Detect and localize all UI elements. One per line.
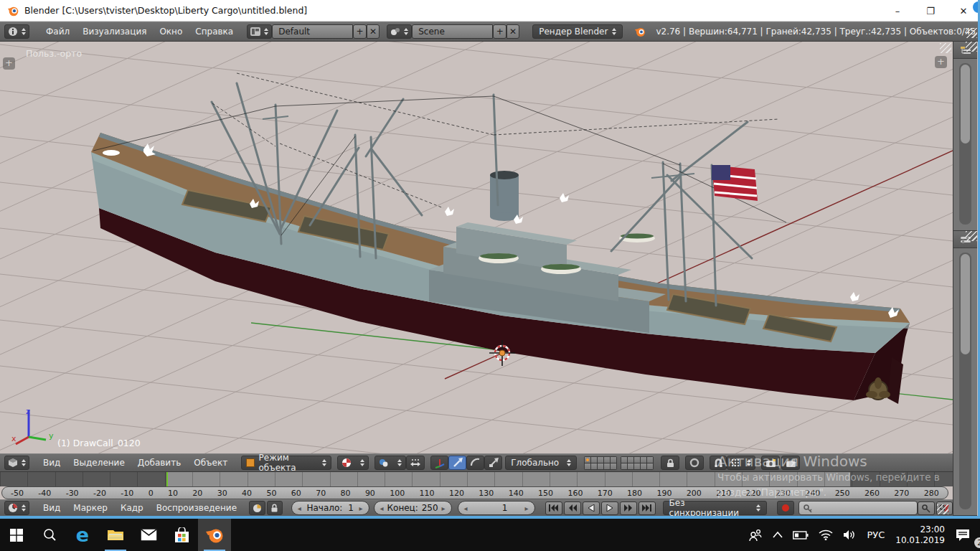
layer-cell[interactable] <box>628 463 633 469</box>
menu-add[interactable]: Добавить <box>131 458 187 468</box>
menu-render[interactable]: Визуализация <box>76 27 153 37</box>
jump-next-keyframe-button[interactable] <box>620 501 637 515</box>
layer-cell[interactable] <box>591 457 597 463</box>
menu-tl-view[interactable]: Вид <box>37 503 67 513</box>
editor-type-timeline-button[interactable] <box>4 501 29 515</box>
layer-cell[interactable] <box>598 463 603 469</box>
screen-layout-icon-button[interactable] <box>247 24 272 39</box>
menu-view[interactable]: Вид <box>37 458 67 468</box>
viewport-3d[interactable]: Польз.-орто (1) DrawCall_0120 z x y + + <box>0 42 953 453</box>
layer-cell[interactable] <box>641 457 646 463</box>
delete-scene-button[interactable]: ✕ <box>507 24 519 39</box>
play-reverse-button[interactable] <box>583 501 600 515</box>
search-button[interactable] <box>33 519 66 551</box>
volume-icon[interactable] <box>838 519 862 551</box>
menu-help[interactable]: Справка <box>189 27 240 37</box>
current-frame-field[interactable]: ◂1▸ <box>458 501 535 515</box>
editor-type-view3d-button[interactable] <box>4 456 29 470</box>
pivot-point-select[interactable] <box>374 456 406 470</box>
render-opengl-anim-button[interactable] <box>781 456 800 470</box>
use-preview-range-toggle[interactable] <box>249 501 265 515</box>
timeline-track-area[interactable] <box>0 472 953 486</box>
translate-manipulator-toggle[interactable] <box>448 456 466 470</box>
layer-cell[interactable] <box>647 463 653 469</box>
layer-cell[interactable] <box>641 463 646 469</box>
auto-keyframe-toggle[interactable] <box>777 501 793 515</box>
editor-type-info-button[interactable] <box>4 24 29 39</box>
layer-cell[interactable] <box>604 457 610 463</box>
av-sync-select[interactable]: Без синхронизации <box>663 501 768 515</box>
start-frame-field[interactable]: ◂Начало:1▸ <box>291 501 369 515</box>
transform-orientation-select[interactable]: Глобально <box>505 456 577 470</box>
add-layout-button[interactable]: + <box>353 24 366 39</box>
layer-cell[interactable] <box>611 463 616 469</box>
minimize-button[interactable]: – <box>881 0 914 22</box>
menu-file[interactable]: Файл <box>39 27 76 37</box>
jump-to-end-button[interactable] <box>639 501 656 515</box>
lock-time-toggle[interactable] <box>267 501 282 515</box>
render-opengl-button[interactable] <box>761 456 780 470</box>
layer-cell[interactable] <box>611 457 616 463</box>
outliner-scrollbar[interactable] <box>959 63 971 225</box>
region-resize-corner[interactable] <box>966 28 977 38</box>
viewport-resize-corner[interactable] <box>940 43 951 53</box>
scene-icon-button[interactable] <box>387 24 412 39</box>
scale-manipulator-toggle[interactable] <box>484 456 502 470</box>
tray-chevron-icon[interactable] <box>768 519 788 551</box>
properties-scrollbar[interactable] <box>959 253 971 509</box>
proportional-edit-toggle[interactable] <box>685 456 704 470</box>
clock[interactable]: 23:00 10.01.2019 <box>890 524 951 546</box>
play-button[interactable] <box>601 501 618 515</box>
delete-layout-button[interactable]: ✕ <box>367 24 380 39</box>
menu-window[interactable]: Окно <box>153 27 189 37</box>
taskbar-explorer[interactable] <box>99 519 132 551</box>
layer-cell[interactable] <box>634 457 640 463</box>
screen-layout-name[interactable]: Default <box>272 24 353 39</box>
manipulator-axes-toggle[interactable] <box>430 456 448 470</box>
layer-cell[interactable] <box>585 463 590 469</box>
mode-select[interactable]: Режим объекта <box>241 456 331 470</box>
add-scene-button[interactable]: + <box>493 24 506 39</box>
menu-select[interactable]: Выделение <box>67 458 131 468</box>
properties-panel[interactable] <box>953 231 977 516</box>
layer-cell[interactable] <box>604 463 610 469</box>
layer-cell[interactable] <box>634 463 640 469</box>
layers-grid-2[interactable] <box>621 456 654 470</box>
properties-region-expand-button[interactable]: + <box>935 56 947 68</box>
wifi-icon[interactable] <box>814 519 838 551</box>
menu-tl-playback[interactable]: Воспроизведение <box>150 503 243 513</box>
scene-name[interactable]: Scene <box>412 24 493 39</box>
layer-cell[interactable] <box>621 457 627 463</box>
menu-tl-frame[interactable]: Кадр <box>114 503 150 513</box>
layer-cell[interactable] <box>647 457 653 463</box>
taskbar-store[interactable] <box>165 519 198 551</box>
layers-grid-1[interactable] <box>584 456 617 470</box>
start-button[interactable] <box>0 519 33 551</box>
properties-resize-corner[interactable] <box>966 231 977 241</box>
layer-cell[interactable] <box>585 457 590 463</box>
end-frame-field[interactable]: ◂Конец:250▸ <box>374 501 452 515</box>
maximize-button[interactable]: ❐ <box>914 0 947 22</box>
snap-element-select[interactable] <box>727 456 755 470</box>
taskbar-edge[interactable]: e <box>66 519 99 551</box>
layer-cell[interactable] <box>591 463 597 469</box>
outliner-resize-corner[interactable] <box>966 42 977 52</box>
manipulate-center-points-toggle[interactable] <box>406 456 425 470</box>
timeline-resize-corner[interactable] <box>937 504 948 514</box>
timeline-ruler[interactable]: -50-40-30-20-100102030405060708090100110… <box>1 486 948 499</box>
lock-to-scene-toggle[interactable] <box>661 456 679 470</box>
layer-cell[interactable] <box>598 457 603 463</box>
insert-keyframe-button[interactable] <box>918 501 934 515</box>
taskbar-mail[interactable] <box>132 519 165 551</box>
layer-cell[interactable] <box>628 457 633 463</box>
render-engine-select[interactable]: Рендер Blender <box>532 24 623 39</box>
outliner-panel[interactable] <box>953 42 977 231</box>
jump-prev-keyframe-button[interactable] <box>564 501 581 515</box>
language-indicator[interactable]: РУС <box>862 519 890 551</box>
snap-toggle[interactable] <box>710 456 727 470</box>
people-icon[interactable] <box>743 519 768 551</box>
menu-object[interactable]: Объект <box>187 458 234 468</box>
layer-cell[interactable] <box>621 463 627 469</box>
battery-icon[interactable] <box>788 519 814 551</box>
action-center-button[interactable]: 2 <box>951 519 980 551</box>
